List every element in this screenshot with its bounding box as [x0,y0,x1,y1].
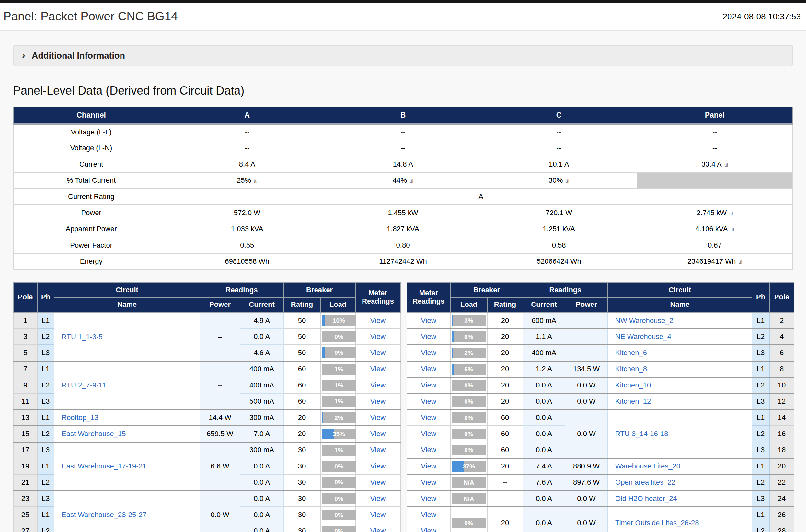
view-link[interactable]: View [370,446,385,454]
view-link[interactable]: View [370,494,385,502]
load-bar-label: 37% [452,461,486,472]
rating-cell: 20 [487,458,523,474]
load-bar: 0% [322,510,356,520]
view-link[interactable]: View [370,511,385,519]
view-link[interactable]: View [421,365,436,373]
load-bar-label: 0% [322,526,356,532]
circuit-row: ViewN/A--7.6 A897.6 WOpen area lites_22L… [407,474,794,491]
rating-cell: 20 [487,328,523,345]
circuit-name-link[interactable]: Kitchen_8 [615,365,647,373]
current-cell: 1.2 A [523,361,565,377]
ttl-indicator: ttl [730,227,734,232]
circuit-row: 15L2East Warehouse_15659.5 W7.0 A2035%Vi… [13,426,400,442]
view-link[interactable]: View [370,430,385,438]
view-link[interactable]: View [421,381,436,389]
column-header-load: Load [450,298,487,312]
view-link[interactable]: View [370,478,385,486]
view-link[interactable]: View [421,527,436,532]
power-cell: 0.0 W [565,507,608,532]
circuit-name-link[interactable]: Open area lites_22 [615,478,675,486]
circuit-name-link[interactable]: Kitchen_6 [615,349,647,357]
phase-cell: L1 [752,458,769,474]
view-link[interactable]: View [421,397,436,405]
panel-level-data-heading: Panel-Level Data (Derived from Circuit D… [13,84,793,97]
meter-readings-cell: View [356,393,400,410]
circuit-name-link[interactable]: East Warehouse_23-25-27 [61,511,147,519]
rating-cell: 30 [284,507,320,523]
panel-table-row: Energy69810558 Wh112742442 Wh52066424 Wh… [13,253,793,270]
circuit-row: 23L3East Warehouse_23-25-270.0 W0.0 A300… [13,491,400,507]
pole-cell: 25 [13,507,37,523]
view-link[interactable]: View [421,511,436,519]
view-link[interactable]: View [421,446,436,454]
current-cell: 0.0 A [240,491,284,507]
view-link[interactable]: View [421,462,436,470]
view-link[interactable]: View [421,494,436,502]
phase-cell: L1 [37,361,54,377]
circuit-name-link[interactable]: Kitchen_12 [615,397,651,405]
view-link[interactable]: View [421,349,436,357]
meter-readings-cell: View [407,474,450,491]
panel-value-cell: 112742442 Wh [325,253,481,270]
meter-readings-cell: View [356,458,400,474]
load-cell: 10% [320,312,356,328]
current-cell: 0.0 A [523,491,565,507]
circuit-name-link[interactable]: RTU 1_1-3-5 [61,333,103,341]
current-cell: 4.6 A [240,345,284,361]
view-link[interactable]: View [370,332,385,341]
rating-cell: 20 [284,410,320,426]
load-bar-label: 0% [452,518,486,528]
rating-cell: 20 [487,393,523,410]
circuit-name-link[interactable]: East Warehouse_17-19-21 [61,462,147,470]
view-link[interactable]: View [370,381,385,389]
additional-information-toggle[interactable]: › Additional Information [13,45,793,66]
view-link[interactable]: View [370,349,385,357]
panel-value-cell: 1.827 kVA [325,221,481,237]
circuit-name-link[interactable]: NW Warehouse_2 [615,317,673,325]
page-content: › Additional Information Panel-Level Dat… [0,31,806,532]
circuit-name-link[interactable]: RTU 3_14-16-18 [615,430,668,438]
circuit-name-link[interactable]: Rooftop_13 [61,413,98,421]
circuit-name-link[interactable]: Timer Outside Lites_26-28 [615,519,699,527]
view-link[interactable]: View [421,430,436,438]
panel-value-cell: -- [325,140,481,156]
meter-readings-cell: View [356,474,400,491]
circuit-name-link[interactable]: Old H2O heater_24 [615,494,677,502]
view-link[interactable]: View [370,462,385,470]
view-link[interactable]: View [370,413,385,421]
load-bar: 3% [452,315,486,326]
view-link[interactable]: View [421,332,436,341]
phase-cell: L2 [37,523,54,532]
view-link[interactable]: View [421,478,436,486]
load-bar-label: 9% [322,347,356,358]
column-header-name: Name [54,298,200,312]
circuit-row: View0%600.0 A0.0 WRTU 3_14-16-18L114 [407,410,794,426]
current-cell: 600 mA [523,312,565,328]
current-cell: 0.0 A [523,377,565,393]
current-cell: 0.0 A [240,328,284,345]
circuit-name-link[interactable]: East Warehouse_15 [61,430,126,438]
view-link[interactable]: View [370,365,385,373]
view-link[interactable]: View [370,317,385,325]
view-link[interactable]: View [370,527,385,532]
circuit-name-link[interactable]: NE Warehouse_4 [615,332,671,341]
load-bar-label: 0% [322,461,356,472]
view-link[interactable]: View [421,413,436,421]
view-link[interactable]: View [370,397,385,405]
load-bar-label: 2% [322,413,356,423]
panel-table-row: % Total Current25%ttl44%ttl30%ttl [13,172,793,189]
load-cell: 0% [450,426,487,442]
column-header-meter-readings: Meter Readings [407,283,450,312]
circuit-row: View0%200.0 A0.0 WTimer Outside Lites_26… [407,507,794,523]
column-header-power: Power [565,298,608,312]
meter-readings-cell: View [356,328,400,345]
panel-value-cell: 0.58 [481,237,637,253]
view-link[interactable]: View [421,317,436,325]
circuit-name-link[interactable]: RTU 2_7-9-11 [61,381,106,389]
circuit-name-link[interactable]: Kitchen_10 [615,381,651,389]
panel-value-cell: -- [481,140,637,156]
pole-cell: 26 [769,507,794,523]
circuit-name-link[interactable]: Warehouse Lites_20 [615,462,680,470]
column-header-panel: Panel [637,107,793,124]
column-header-readings: Readings [200,283,284,298]
